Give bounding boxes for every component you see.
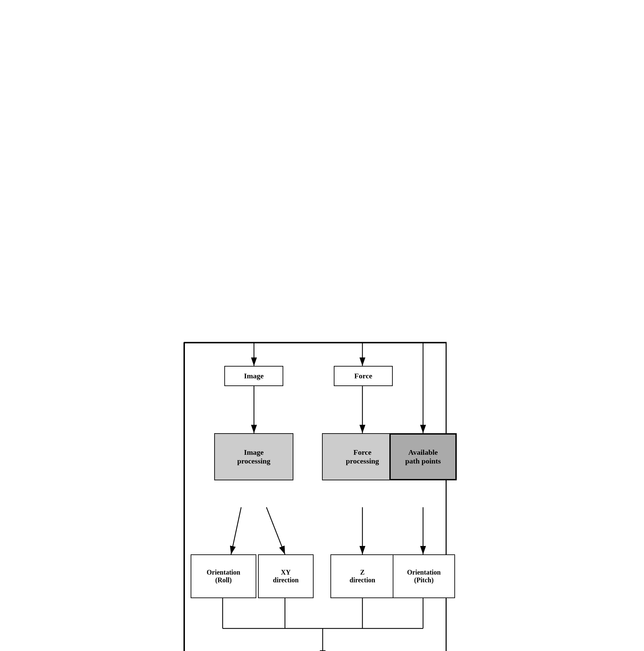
image-node: Image	[224, 366, 283, 386]
orientation-roll-node: Orientation (Roll)	[191, 554, 256, 598]
xy-direction-node: XY direction	[258, 554, 314, 598]
available-path-points-node: Available path points	[389, 433, 457, 480]
diagram-wrapper: Image Force Image processing Force proce…	[170, 319, 474, 332]
image-processing-node: Image processing	[214, 433, 293, 480]
svg-line-5	[266, 507, 285, 554]
z-direction-node: Z direction	[330, 554, 394, 598]
orientation-pitch-node: Orientation (Pitch)	[393, 554, 455, 598]
svg-line-4	[231, 507, 241, 554]
force-node: Force	[334, 366, 393, 386]
outer-border-box	[184, 342, 447, 651]
arrows-svg	[170, 319, 474, 651]
